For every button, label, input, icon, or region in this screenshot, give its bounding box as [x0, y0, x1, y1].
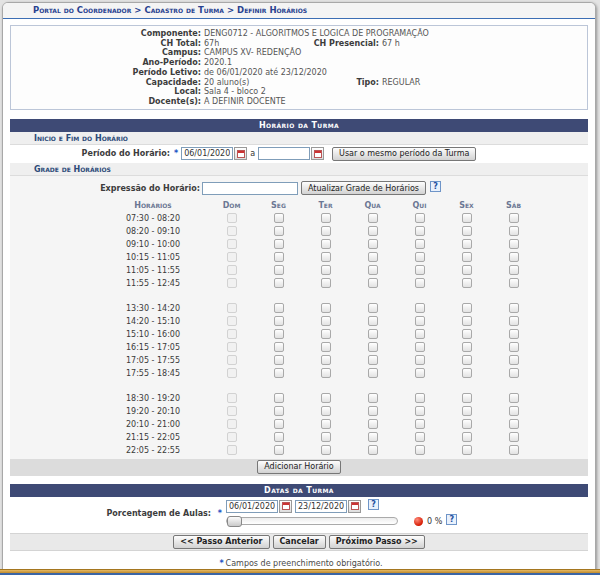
schedule-checkbox-sex[interactable]: [462, 265, 472, 275]
schedule-checkbox-sex[interactable]: [462, 252, 472, 262]
schedule-checkbox-sab[interactable]: [509, 432, 519, 442]
schedule-checkbox-ter[interactable]: [321, 226, 331, 236]
schedule-checkbox-qui[interactable]: [415, 342, 425, 352]
schedule-checkbox-seg[interactable]: [274, 368, 284, 378]
schedule-checkbox-sab[interactable]: [509, 226, 519, 236]
schedule-checkbox-sab[interactable]: [509, 329, 519, 339]
schedule-checkbox-qua[interactable]: [368, 303, 378, 313]
schedule-checkbox-sab[interactable]: [509, 316, 519, 326]
schedule-checkbox-sab[interactable]: [509, 278, 519, 288]
schedule-checkbox-qui[interactable]: [415, 393, 425, 403]
schedule-checkbox-sex[interactable]: [462, 226, 472, 236]
schedule-checkbox-seg[interactable]: [274, 432, 284, 442]
schedule-checkbox-seg[interactable]: [274, 342, 284, 352]
schedule-checkbox-qui[interactable]: [415, 239, 425, 249]
schedule-checkbox-qua[interactable]: [368, 239, 378, 249]
schedule-checkbox-sex[interactable]: [462, 316, 472, 326]
schedule-checkbox-seg[interactable]: [274, 303, 284, 313]
breadcrumb-link-portal[interactable]: Portal do Coordenador: [33, 5, 131, 15]
next-step-button[interactable]: Próximo Passo >>: [329, 535, 425, 549]
percent-slider-handle[interactable]: [227, 516, 242, 527]
turma-start-date-input[interactable]: [226, 500, 278, 513]
same-period-button[interactable]: Usar o mesmo período da Turma: [332, 147, 476, 161]
schedule-checkbox-sex[interactable]: [462, 419, 472, 429]
schedule-checkbox-qua[interactable]: [368, 252, 378, 262]
add-horario-button[interactable]: Adicionar Horário: [257, 460, 340, 474]
schedule-checkbox-sab[interactable]: [509, 355, 519, 365]
schedule-checkbox-sab[interactable]: [509, 239, 519, 249]
schedule-checkbox-sex[interactable]: [462, 329, 472, 339]
help-icon[interactable]: ?: [446, 514, 457, 525]
schedule-checkbox-sab[interactable]: [509, 303, 519, 313]
schedule-checkbox-ter[interactable]: [321, 419, 331, 429]
schedule-checkbox-sab[interactable]: [509, 445, 519, 455]
schedule-checkbox-sex[interactable]: [462, 432, 472, 442]
help-icon[interactable]: ?: [430, 181, 441, 192]
calendar-icon[interactable]: [311, 147, 324, 160]
schedule-checkbox-sab[interactable]: [509, 368, 519, 378]
schedule-checkbox-seg[interactable]: [274, 265, 284, 275]
schedule-checkbox-ter[interactable]: [321, 265, 331, 275]
schedule-checkbox-seg[interactable]: [274, 252, 284, 262]
schedule-checkbox-sex[interactable]: [462, 342, 472, 352]
schedule-checkbox-qua[interactable]: [368, 432, 378, 442]
schedule-checkbox-qui[interactable]: [415, 303, 425, 313]
schedule-checkbox-ter[interactable]: [321, 329, 331, 339]
schedule-checkbox-ter[interactable]: [321, 342, 331, 352]
schedule-checkbox-sab[interactable]: [509, 393, 519, 403]
schedule-checkbox-qua[interactable]: [368, 265, 378, 275]
schedule-checkbox-ter[interactable]: [321, 368, 331, 378]
schedule-checkbox-qua[interactable]: [368, 226, 378, 236]
schedule-checkbox-sex[interactable]: [462, 239, 472, 249]
schedule-checkbox-seg[interactable]: [274, 445, 284, 455]
schedule-checkbox-ter[interactable]: [321, 278, 331, 288]
schedule-checkbox-qui[interactable]: [415, 316, 425, 326]
schedule-checkbox-sab[interactable]: [509, 419, 519, 429]
schedule-checkbox-qua[interactable]: [368, 368, 378, 378]
schedule-checkbox-qui[interactable]: [415, 406, 425, 416]
schedule-checkbox-sab[interactable]: [509, 406, 519, 416]
schedule-checkbox-sex[interactable]: [462, 445, 472, 455]
schedule-checkbox-ter[interactable]: [321, 239, 331, 249]
schedule-checkbox-ter[interactable]: [321, 393, 331, 403]
calendar-icon[interactable]: [279, 500, 292, 513]
schedule-checkbox-sex[interactable]: [462, 368, 472, 378]
schedule-checkbox-seg[interactable]: [274, 329, 284, 339]
help-icon[interactable]: ?: [368, 499, 379, 510]
update-grid-button[interactable]: Atualizar Grade de Horários: [301, 181, 426, 195]
schedule-checkbox-ter[interactable]: [321, 406, 331, 416]
schedule-checkbox-qui[interactable]: [415, 252, 425, 262]
expression-input[interactable]: [202, 182, 298, 195]
schedule-checkbox-qua[interactable]: [368, 406, 378, 416]
periodo-end-date-input[interactable]: [258, 147, 310, 160]
schedule-checkbox-ter[interactable]: [321, 316, 331, 326]
schedule-checkbox-ter[interactable]: [321, 213, 331, 223]
schedule-checkbox-sex[interactable]: [462, 278, 472, 288]
schedule-checkbox-qui[interactable]: [415, 445, 425, 455]
schedule-checkbox-seg[interactable]: [274, 239, 284, 249]
schedule-checkbox-sex[interactable]: [462, 303, 472, 313]
schedule-checkbox-ter[interactable]: [321, 252, 331, 262]
schedule-checkbox-sab[interactable]: [509, 252, 519, 262]
periodo-start-date-input[interactable]: [181, 147, 233, 160]
schedule-checkbox-seg[interactable]: [274, 278, 284, 288]
schedule-checkbox-sex[interactable]: [462, 393, 472, 403]
schedule-checkbox-sex[interactable]: [462, 213, 472, 223]
schedule-checkbox-qui[interactable]: [415, 226, 425, 236]
schedule-checkbox-qua[interactable]: [368, 355, 378, 365]
schedule-checkbox-sab[interactable]: [509, 342, 519, 352]
schedule-checkbox-qui[interactable]: [415, 368, 425, 378]
schedule-checkbox-seg[interactable]: [274, 316, 284, 326]
schedule-checkbox-qua[interactable]: [368, 419, 378, 429]
schedule-checkbox-qua[interactable]: [368, 329, 378, 339]
breadcrumb-link-cadastro[interactable]: Cadastro de Turma: [144, 5, 224, 15]
schedule-checkbox-ter[interactable]: [321, 445, 331, 455]
cancel-button[interactable]: Cancelar: [273, 535, 326, 549]
schedule-checkbox-seg[interactable]: [274, 406, 284, 416]
turma-end-date-input[interactable]: [295, 500, 347, 513]
schedule-checkbox-ter[interactable]: [321, 303, 331, 313]
schedule-checkbox-qua[interactable]: [368, 342, 378, 352]
schedule-checkbox-sab[interactable]: [509, 265, 519, 275]
schedule-checkbox-qui[interactable]: [415, 419, 425, 429]
percent-slider-track[interactable]: [226, 517, 398, 525]
